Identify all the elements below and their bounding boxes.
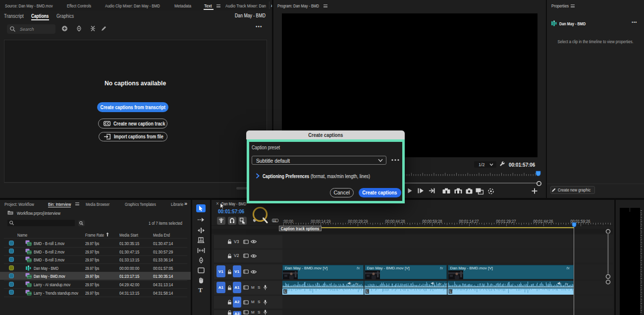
- svg-text:L: L: [366, 289, 368, 294]
- svg-text:L: L: [284, 289, 286, 294]
- svg-text:L: L: [449, 289, 451, 294]
- svg-text:fx: fx: [355, 282, 359, 286]
- svg-text:fx: fx: [565, 282, 569, 286]
- svg-text:fx: fx: [438, 282, 442, 286]
